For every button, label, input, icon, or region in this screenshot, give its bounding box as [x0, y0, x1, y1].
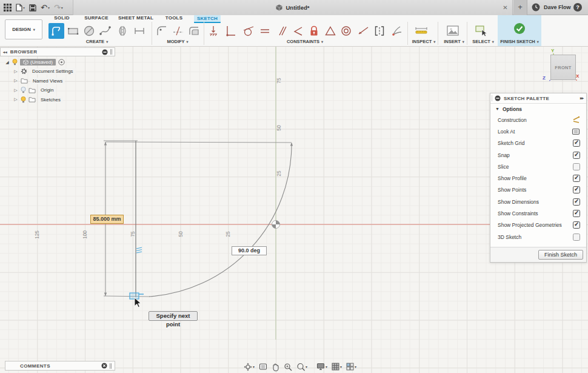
tree-collapsed-icon[interactable]: ▷ — [13, 69, 18, 74]
show-profile-checkbox[interactable] — [573, 175, 580, 182]
document-tab[interactable]: Untitled* ✕ — [73, 0, 513, 15]
coincident-constraint-button[interactable] — [205, 23, 221, 39]
rectangle-tool-button[interactable] — [65, 23, 81, 39]
trim-tool-button[interactable] — [170, 23, 186, 39]
tab-sketch[interactable]: SKETCH — [194, 15, 221, 23]
option-show-points[interactable]: Show Points — [490, 184, 586, 196]
options-section-header[interactable]: ▼ Options — [490, 104, 586, 114]
equal-constraint-button[interactable] — [257, 23, 273, 39]
panel-grip[interactable] — [110, 49, 112, 55]
sketch-grid-checkbox[interactable] — [573, 139, 580, 147]
expand-palette-icon[interactable]: ▸▸ — [580, 96, 583, 101]
undo-button[interactable]: ↶▾ — [41, 4, 50, 12]
save-icon[interactable] — [29, 4, 36, 12]
viewports-tool[interactable]: ▾ — [345, 362, 358, 371]
visibility-bulb-off-icon[interactable] — [21, 87, 26, 93]
comments-panel-header[interactable]: COMMENTS — [5, 361, 115, 371]
horizontal-vertical-constraint-button[interactable] — [290, 23, 306, 39]
help-icon[interactable]: ? — [573, 3, 582, 12]
view-cube-front-face[interactable]: FRONT — [550, 55, 576, 80]
palette-grip[interactable] — [492, 95, 493, 101]
collapse-browser-icon[interactable]: ◂◂ — [3, 50, 7, 54]
tab-tools[interactable]: TOOLS — [162, 15, 185, 22]
tab-solid[interactable]: SOLID — [51, 15, 73, 22]
close-tab-icon[interactable]: ✕ — [501, 3, 510, 12]
browser-item-label[interactable]: Sketches — [38, 96, 63, 103]
show-constraints-checkbox[interactable] — [573, 210, 580, 217]
offset-tool-button[interactable] — [186, 23, 202, 39]
fix-constraint-button[interactable] — [306, 23, 322, 39]
option-show-constraints[interactable]: Show Constraints — [490, 207, 586, 219]
redo-button[interactable]: ↷▾ — [54, 4, 63, 12]
undo-caret-icon[interactable]: ▾ — [48, 5, 50, 10]
browser-root-row[interactable]: ◢ (Unsaved) — [5, 58, 65, 66]
option-construction[interactable]: Construction — [490, 114, 586, 126]
viewports-caret-icon[interactable]: ▾ — [355, 365, 356, 369]
activate-component-icon[interactable] — [58, 59, 65, 66]
dimension-tool-button[interactable] — [132, 23, 147, 39]
slice-checkbox[interactable] — [573, 163, 580, 170]
look-at-icon[interactable] — [572, 128, 580, 135]
app-grid-icon[interactable] — [4, 4, 12, 12]
browser-item-label[interactable]: Origin — [38, 87, 56, 93]
constraints-group-label[interactable]: CONSTRAINTS▾ — [275, 38, 335, 45]
show-projected-geometries-checkbox[interactable] — [573, 221, 580, 229]
finish-sketch-palette-button[interactable]: Finish Sketch — [538, 250, 583, 260]
view-cube[interactable]: FRONT Y Z X — [549, 53, 577, 81]
tree-collapsed-icon[interactable]: ▷ — [13, 88, 18, 93]
option-sketch-grid[interactable]: Sketch Grid — [490, 138, 586, 149]
redo-caret-icon[interactable]: ▾ — [61, 5, 63, 10]
panel-options-icon[interactable] — [102, 49, 108, 55]
collinear-constraint-button[interactable] — [355, 23, 371, 39]
sketch-palette-header[interactable]: SKETCH PALETTE ▸▸ — [490, 93, 586, 104]
select-tool-button[interactable] — [473, 23, 489, 39]
tab-surface[interactable]: SURFACE — [82, 15, 110, 22]
circle-tool-button[interactable] — [81, 23, 97, 39]
display-settings-tool[interactable]: ▾ — [315, 362, 329, 371]
show-points-checkbox[interactable] — [573, 186, 580, 193]
measure-tool-button[interactable] — [413, 23, 429, 39]
browser-item-named-views[interactable]: ▷ Named Views — [13, 77, 65, 85]
browser-item-label[interactable]: Document Settings — [30, 68, 76, 75]
visibility-bulb-icon[interactable] — [21, 96, 26, 103]
root-document-item[interactable]: (Unsaved) — [20, 59, 56, 66]
modify-group-label[interactable]: MODIFY▾ — [159, 38, 196, 45]
panel-options-icon[interactable] — [101, 363, 107, 369]
orbit-tool[interactable]: ▾ — [242, 362, 256, 372]
tab-sheet-metal[interactable]: SHEET METAL — [118, 15, 154, 22]
option-3d-sketch[interactable]: 3D Sketch — [490, 231, 586, 243]
show-dimensions-checkbox[interactable] — [573, 198, 580, 206]
concentric-constraint-button[interactable] — [338, 23, 354, 39]
spline-tool-button[interactable] — [98, 23, 113, 39]
browser-panel-header[interactable]: ◂◂ BROWSER — [0, 47, 115, 56]
panel-options-icon[interactable] — [495, 95, 501, 101]
mirror-tool-button[interactable] — [115, 23, 130, 39]
recent-activity-icon[interactable] — [532, 3, 540, 12]
fillet-tool-button[interactable] — [154, 23, 170, 39]
finish-sketch-label[interactable]: FINISH SKETCH▾ — [495, 38, 544, 45]
panel-grip[interactable] — [110, 363, 112, 369]
parallel-constraint-button[interactable] — [273, 23, 289, 39]
browser-item-origin[interactable]: ▷ Origin — [13, 86, 56, 94]
line-tool-button[interactable] — [48, 23, 64, 39]
insert-canvas-button[interactable] — [445, 23, 461, 39]
option-look-at[interactable]: Look At — [490, 126, 586, 137]
tangent-constraint-button[interactable] — [241, 23, 256, 39]
workspace-selector[interactable]: DESIGN ▾ — [5, 19, 42, 39]
browser-item-sketches[interactable]: ▷ Sketches — [13, 96, 63, 104]
zoom-tool[interactable] — [282, 362, 293, 372]
browser-item-document-settings[interactable]: ▷ Document Settings — [13, 67, 76, 75]
grid-display-tool[interactable]: ▾ — [330, 362, 343, 371]
look-at-tool[interactable] — [258, 362, 269, 371]
create-group-label[interactable]: CREATE▾ — [79, 38, 115, 45]
display-caret-icon[interactable]: ▾ — [326, 365, 327, 369]
symmetry-constraint-button[interactable] — [372, 23, 387, 39]
curvature-constraint-button[interactable] — [389, 23, 404, 39]
3d-sketch-checkbox[interactable] — [573, 234, 580, 241]
file-menu-icon[interactable]: ▾ — [16, 4, 25, 12]
tree-expanded-icon[interactable]: ◢ — [5, 60, 10, 65]
zoom-window-tool[interactable]: ▾ — [295, 362, 309, 372]
zoom-window-caret-icon[interactable]: ▾ — [306, 365, 307, 369]
midpoint-constraint-button[interactable] — [322, 23, 338, 39]
option-snap[interactable]: Snap — [490, 149, 586, 161]
